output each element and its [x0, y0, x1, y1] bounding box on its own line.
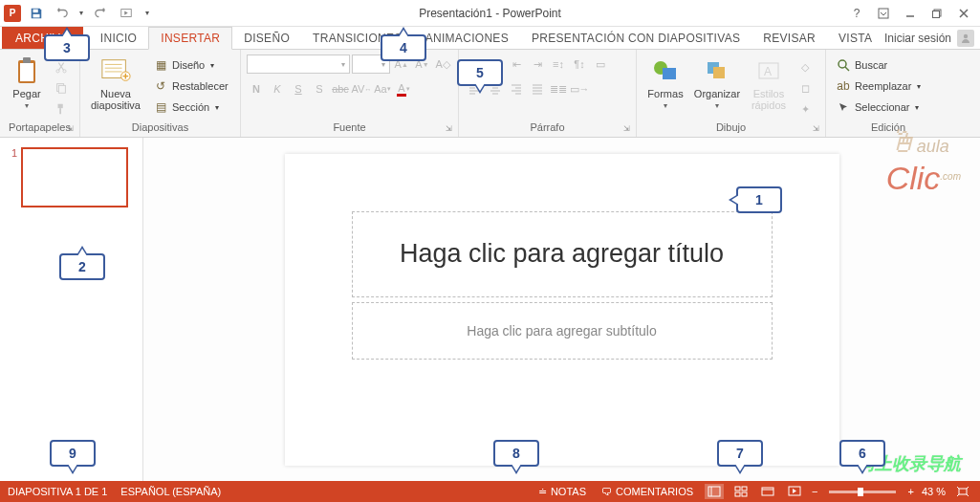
justify-button[interactable] — [528, 79, 547, 98]
slideshow-view-button[interactable] — [785, 484, 804, 499]
tab-view[interactable]: VISTA — [827, 27, 883, 49]
new-slide-icon — [100, 55, 131, 86]
change-case-button[interactable]: Aa▾ — [373, 79, 392, 98]
status-slide-count[interactable]: DIAPOSITIVA 1 DE 1 — [8, 486, 107, 497]
tab-home[interactable]: INICIO — [83, 27, 148, 49]
paste-dropdown-icon: ▾ — [25, 101, 29, 110]
select-label: Seleccionar — [855, 101, 909, 113]
minimize-button[interactable] — [898, 4, 923, 23]
increase-indent-button[interactable]: ⇥ — [528, 55, 547, 74]
app-icon: P — [4, 5, 21, 22]
redo-button[interactable] — [92, 4, 111, 23]
tab-review[interactable]: REVISAR — [751, 27, 827, 49]
new-slide-button[interactable]: Nueva diapositiva — [86, 54, 145, 111]
title-placeholder[interactable]: Haga clic para agregar título — [352, 211, 773, 297]
launcher-clipboard[interactable]: ⇲ — [64, 123, 76, 135]
svg-rect-6 — [933, 11, 940, 17]
subtitle-placeholder[interactable]: Haga clic para agregar subtítulo — [352, 302, 773, 360]
tab-design[interactable]: DISEÑO — [232, 27, 301, 49]
notes-button[interactable]: ≐NOTAS — [534, 486, 590, 498]
close-button[interactable] — [951, 4, 976, 23]
svg-point-12 — [63, 70, 66, 73]
help-button[interactable]: ? — [844, 4, 869, 23]
layout-button[interactable]: ▦Diseño▾ — [149, 55, 232, 75]
callout-6: 6 — [839, 440, 885, 467]
arrange-button[interactable]: Organizar ▾ — [692, 54, 742, 110]
zoom-percent[interactable]: 43 % — [922, 486, 946, 497]
shape-outline-button[interactable]: ◻ — [795, 78, 815, 98]
layout-icon: ▦ — [153, 57, 168, 73]
reset-button[interactable]: ↺Restablecer — [149, 76, 232, 96]
font-family-combo[interactable]: ▾ — [247, 55, 350, 74]
svg-rect-33 — [742, 487, 747, 491]
columns-button[interactable]: ≣≣ — [549, 79, 568, 98]
line-spacing-button[interactable]: ≡↕ — [549, 55, 568, 74]
font-color-button[interactable]: A▾ — [394, 79, 413, 98]
align-text-vert-button[interactable]: ▭ — [591, 55, 610, 74]
launcher-font[interactable]: ⇲ — [443, 123, 454, 135]
start-from-beginning-button[interactable] — [117, 4, 136, 23]
sign-in[interactable]: Iniciar sesión — [884, 27, 980, 49]
callout-1: 1 — [736, 186, 782, 213]
align-right-button[interactable] — [507, 79, 526, 98]
ribbon-options-button[interactable] — [871, 4, 896, 23]
group-label-clipboard: Portapapeles — [9, 121, 71, 133]
clear-formatting-button[interactable]: A◇ — [433, 55, 452, 74]
section-icon: ▤ — [153, 99, 168, 115]
reading-view-button[interactable] — [758, 484, 777, 499]
qat-customize-dropdown[interactable]: ▾ — [142, 4, 153, 23]
underline-button[interactable]: S — [289, 79, 308, 98]
launcher-drawing[interactable]: ⇲ — [810, 123, 821, 135]
select-button[interactable]: Seleccionar▾ — [832, 98, 925, 117]
svg-rect-32 — [735, 487, 740, 491]
paste-button[interactable]: Pegar ▾ — [6, 54, 48, 110]
comments-button[interactable]: 🗨COMENTARIOS — [598, 486, 697, 497]
svg-rect-1 — [33, 13, 40, 17]
subtitle-placeholder-text: Haga clic para agregar subtítulo — [467, 323, 656, 338]
thumbnail-1[interactable]: 1 — [8, 147, 135, 207]
section-button[interactable]: ▤Sección▾ — [149, 98, 232, 117]
sorter-view-button[interactable] — [731, 484, 751, 499]
launcher-paragraph[interactable]: ⇲ — [621, 123, 632, 135]
shape-fill-button[interactable]: ◇ — [795, 57, 815, 76]
slide-thumbnail-pane[interactable]: 1 — [0, 138, 143, 481]
tab-insert[interactable]: INSERTAR — [148, 27, 232, 50]
format-painter-button[interactable] — [52, 99, 71, 119]
shape-effects-button[interactable]: ✦ — [795, 99, 815, 119]
zoom-in-button[interactable]: + — [907, 486, 913, 497]
italic-button[interactable]: K — [268, 79, 287, 98]
status-language[interactable]: ESPAÑOL (ESPAÑA) — [120, 486, 221, 497]
find-button[interactable]: Buscar — [832, 55, 925, 75]
restore-button[interactable] — [925, 4, 949, 23]
text-direction-button[interactable]: ¶↕ — [570, 55, 589, 74]
slide-canvas[interactable]: Haga clic para agregar título Haga clic … — [143, 138, 980, 481]
svg-rect-36 — [762, 488, 773, 495]
thumbnail-preview[interactable] — [21, 147, 128, 207]
strikethrough-button[interactable]: abc — [331, 79, 350, 98]
undo-dropdown[interactable]: ▾ — [76, 4, 86, 23]
convert-smartart-button[interactable]: ▭→ — [570, 79, 589, 98]
normal-view-button[interactable] — [705, 484, 724, 499]
fit-to-window-button[interactable] — [953, 484, 972, 499]
bold-button[interactable]: N — [247, 79, 266, 98]
quick-styles-button[interactable]: A Estilos rápidos — [746, 54, 792, 111]
svg-rect-39 — [959, 489, 967, 494]
undo-button[interactable] — [52, 4, 71, 23]
decrease-indent-button[interactable]: ⇤ — [507, 55, 526, 74]
shapes-button[interactable]: Formas ▾ — [642, 54, 688, 110]
tab-animations[interactable]: ANIMACIONES — [414, 27, 520, 49]
status-bar: DIAPOSITIVA 1 DE 1 ESPAÑOL (ESPAÑA) ≐NOT… — [0, 481, 980, 502]
svg-rect-23 — [663, 68, 676, 79]
layout-label: Diseño — [172, 59, 205, 71]
copy-button[interactable] — [52, 78, 71, 98]
save-button[interactable] — [27, 4, 46, 23]
zoom-slider-knob[interactable] — [858, 488, 863, 496]
zoom-out-button[interactable]: − — [812, 486, 817, 497]
char-spacing-button[interactable]: AV↔ — [352, 79, 371, 98]
shadow-button[interactable]: S — [310, 79, 329, 98]
reset-label: Restablecer — [172, 80, 229, 92]
zoom-slider[interactable] — [829, 491, 896, 493]
tab-slideshow[interactable]: PRESENTACIÓN CON DIAPOSITIVAS — [520, 27, 751, 49]
find-label: Buscar — [855, 59, 887, 71]
replace-button[interactable]: abReemplazar▾ — [832, 76, 925, 96]
